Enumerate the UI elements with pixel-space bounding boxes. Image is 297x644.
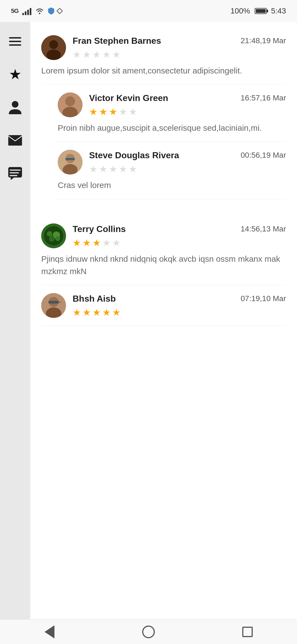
back-button[interactable] <box>41 624 58 640</box>
star-5: ★ <box>129 163 137 174</box>
status-bar: 5G 100% 5:43 <box>0 0 297 22</box>
back-icon <box>45 625 54 638</box>
avatar <box>41 223 66 248</box>
review-card: Victor Kevin Green ★ ★ ★ ★ ★ 16:57,16 Ma… <box>52 85 286 142</box>
avatar <box>41 35 66 60</box>
avatar <box>58 150 82 174</box>
sidebar-item-messages[interactable] <box>7 132 23 149</box>
content-area: Fran Stephen Barnes ★ ★ ★ ★ ★ 21:48,19 M… <box>30 22 297 619</box>
star-3: ★ <box>92 237 101 248</box>
svg-rect-17 <box>65 158 75 160</box>
reviewer-info: Bhsh Aisb ★ ★ ★ ★ ★ <box>73 293 241 318</box>
star-2: ★ <box>99 106 107 117</box>
star-4: ★ <box>102 237 111 248</box>
svg-rect-28 <box>48 301 59 304</box>
reviewer-name: Fran Stephen Barnes <box>73 36 161 46</box>
rating-stars: ★ ★ ★ ★ ★ <box>73 307 241 318</box>
rating-stars: ★ ★ ★ ★ ★ <box>73 237 241 248</box>
star-3: ★ <box>109 106 117 117</box>
reviewer-name: Bhsh Aisb <box>73 294 116 304</box>
rating-stars: ★ ★ ★ ★ ★ <box>89 163 241 174</box>
rating-stars: ★ ★ ★ ★ ★ <box>89 106 241 117</box>
reviewer-info: Fran Stephen Barnes ★ ★ ★ ★ ★ <box>73 35 241 60</box>
star-1: ★ <box>89 106 97 117</box>
star-5: ★ <box>129 106 137 117</box>
review-header: Bhsh Aisb ★ ★ ★ ★ ★ 07:19,10 Mar <box>41 293 286 318</box>
mail-icon <box>8 135 22 146</box>
review-time: 21:48,19 Mar <box>241 35 286 45</box>
review-text: Proin nibh augue,suscipit a,scelerisque … <box>58 122 286 134</box>
star-5: ★ <box>112 49 120 60</box>
reviewer-name: Terry Collins <box>73 224 126 234</box>
clock: 5:43 <box>271 7 286 15</box>
review-time: 14:56,13 Mar <box>241 223 286 233</box>
avatar <box>58 92 82 117</box>
star-3: ★ <box>92 49 101 60</box>
chat-icon <box>8 167 22 180</box>
reviewer-info: Steve Douglas Rivera ★ ★ ★ ★ ★ <box>89 150 241 174</box>
diamond-icon <box>57 8 63 14</box>
network-badge: 5G <box>11 7 18 15</box>
svg-point-12 <box>65 96 75 106</box>
sidebar: ★ <box>0 22 30 619</box>
review-header: Steve Douglas Rivera ★ ★ ★ ★ ★ 00:56,19 … <box>58 150 286 174</box>
review-text: Cras vel lorem <box>58 179 286 191</box>
star-4: ★ <box>102 49 111 60</box>
star-2: ★ <box>99 163 107 174</box>
svg-rect-1 <box>57 8 62 14</box>
star-icon: ★ <box>9 67 22 81</box>
svg-rect-3 <box>8 135 22 146</box>
star-1: ★ <box>73 307 81 318</box>
sidebar-item-menu[interactable] <box>7 33 23 50</box>
rating-stars: ★ ★ ★ ★ ★ <box>73 49 241 60</box>
recents-icon <box>242 627 253 637</box>
review-header: Terry Collins ★ ★ ★ ★ ★ 14:56,13 Mar <box>41 223 286 248</box>
review-card: Steve Douglas Rivera ★ ★ ★ ★ ★ 00:56,19 … <box>52 142 286 199</box>
star-5: ★ <box>112 307 120 318</box>
star-2: ★ <box>82 49 91 60</box>
star-5: ★ <box>112 237 120 248</box>
star-2: ★ <box>82 237 91 248</box>
reviewer-info: Victor Kevin Green ★ ★ ★ ★ ★ <box>89 92 241 117</box>
main-layout: ★ <box>0 22 297 619</box>
battery-percent: 100% <box>230 7 250 15</box>
star-1: ★ <box>89 163 97 174</box>
review-time: 00:56,19 Mar <box>241 150 286 160</box>
review-time: 07:19,10 Mar <box>241 293 286 303</box>
signal-icon <box>22 7 31 15</box>
star-1: ★ <box>73 237 81 248</box>
star-3: ★ <box>109 163 117 174</box>
svg-point-9 <box>49 40 58 49</box>
review-text: Pjinqs idnuw nknd nknd nidqniq okqk avcb… <box>41 253 286 277</box>
svg-point-2 <box>12 101 18 108</box>
review-header: Victor Kevin Green ★ ★ ★ ★ ★ 16:57,16 Ma… <box>58 92 286 117</box>
recents-button[interactable] <box>239 624 256 640</box>
bottom-nav <box>0 619 297 644</box>
reviewer-name: Steve Douglas Rivera <box>89 150 179 160</box>
star-3: ★ <box>92 307 101 318</box>
star-4: ★ <box>119 106 127 117</box>
sidebar-item-profile[interactable] <box>7 99 23 116</box>
avatar <box>41 293 66 318</box>
status-right: 100% 5:43 <box>230 7 286 15</box>
star-2: ★ <box>82 307 91 318</box>
person-icon <box>8 100 22 115</box>
shield-icon <box>48 7 54 15</box>
sidebar-item-chat[interactable] <box>7 165 23 182</box>
home-icon <box>142 626 155 638</box>
star-4: ★ <box>119 163 127 174</box>
review-text: Lorem ipsum dolor sit ament,consectetur … <box>41 64 286 77</box>
wifi-icon <box>35 8 44 14</box>
review-card: Bhsh Aisb ★ ★ ★ ★ ★ 07:19,10 Mar <box>41 285 286 326</box>
reviewer-info: Terry Collins ★ ★ ★ ★ ★ <box>73 223 241 248</box>
svg-point-24 <box>45 236 50 240</box>
review-card: Fran Stephen Barnes ★ ★ ★ ★ ★ 21:48,19 M… <box>41 28 286 85</box>
star-4: ★ <box>102 307 111 318</box>
sidebar-item-favorites[interactable]: ★ <box>7 66 23 83</box>
home-button[interactable] <box>140 624 157 640</box>
star-1: ★ <box>73 49 81 60</box>
svg-point-22 <box>49 236 55 242</box>
review-card: Terry Collins ★ ★ ★ ★ ★ 14:56,13 Mar Pji… <box>41 216 286 285</box>
reviewer-name: Victor Kevin Green <box>89 93 168 103</box>
review-header: Fran Stephen Barnes ★ ★ ★ ★ ★ 21:48,19 M… <box>41 35 286 60</box>
